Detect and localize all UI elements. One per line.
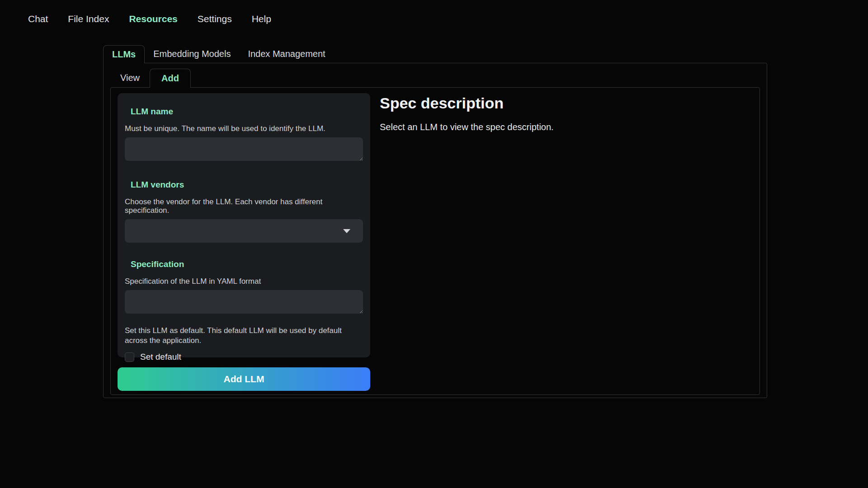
llms-subsection: View Add LLM name Must be unique. The na… <box>110 69 760 395</box>
llm-vendors-label: LLM vendors <box>131 180 363 190</box>
specification-input[interactable] <box>125 290 363 314</box>
set-default-label: Set default <box>140 352 181 362</box>
spec-description-title: Spec description <box>380 94 746 112</box>
llm-name-input[interactable] <box>125 137 363 161</box>
tab-embedding-models[interactable]: Embedding Models <box>145 45 239 63</box>
llm-vendors-help: Choose the vendor for the LLM. Each vend… <box>125 197 363 215</box>
llm-name-help: Must be unique. The name will be used to… <box>125 124 363 133</box>
add-llm-button[interactable]: Add LLM <box>118 367 370 391</box>
nav-item-settings[interactable]: Settings <box>198 14 232 24</box>
resources-tab-row: LLMs Embedding Models Index Management <box>103 45 767 63</box>
top-navigation: Chat File Index Resources Settings Help <box>0 0 868 24</box>
tab-llms[interactable]: LLMs <box>103 45 145 63</box>
llm-subtab-row: View Add <box>110 69 760 87</box>
specification-help: Specification of the LLM in YAML format <box>125 277 363 286</box>
add-llm-panel: LLM name Must be unique. The name will b… <box>110 87 760 395</box>
nav-item-resources[interactable]: Resources <box>129 14 177 24</box>
chevron-down-icon <box>343 229 350 233</box>
set-default-help: Set this LLM as default. This default LL… <box>125 326 363 346</box>
resources-section: LLMs Embedding Models Index Management V… <box>103 45 767 398</box>
set-default-row: Set default <box>125 352 363 362</box>
spec-description-panel: Spec description Select an LLM to view t… <box>380 94 746 132</box>
spec-description-message: Select an LLM to view the spec descripti… <box>380 122 746 132</box>
nav-item-help[interactable]: Help <box>252 14 271 24</box>
llms-panel: View Add LLM name Must be unique. The na… <box>103 63 767 398</box>
tab-index-management[interactable]: Index Management <box>239 45 334 63</box>
llm-name-label: LLM name <box>131 107 363 117</box>
subtab-view[interactable]: View <box>110 69 150 87</box>
subtab-add[interactable]: Add <box>150 69 191 88</box>
nav-item-chat[interactable]: Chat <box>28 14 48 24</box>
specification-label: Specification <box>131 259 363 269</box>
nav-item-file-index[interactable]: File Index <box>68 14 109 24</box>
set-default-checkbox[interactable] <box>125 352 134 362</box>
add-llm-form: LLM name Must be unique. The name will b… <box>118 93 370 357</box>
llm-vendor-dropdown[interactable] <box>125 219 363 243</box>
